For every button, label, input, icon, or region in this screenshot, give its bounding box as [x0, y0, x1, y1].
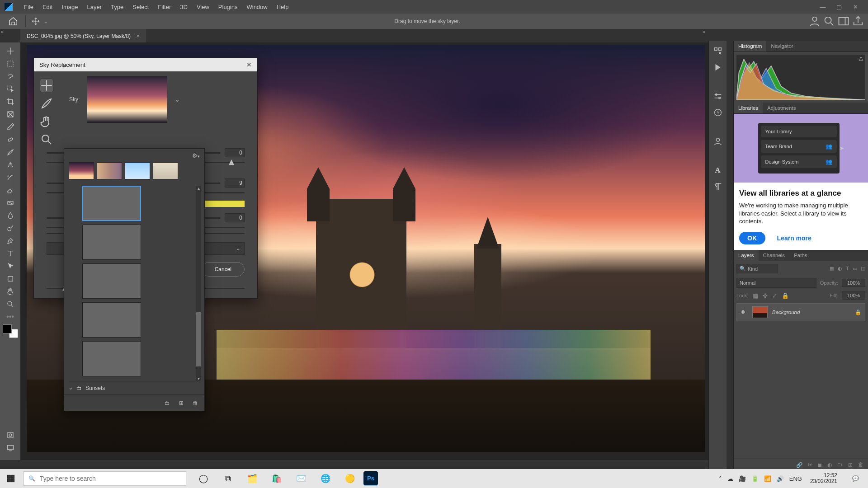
menu-file[interactable]: File [19, 4, 38, 10]
menu-select[interactable]: Select [128, 4, 153, 10]
filter-smart-icon[interactable]: ◫ [861, 266, 865, 272]
character-panel-icon[interactable] [713, 136, 723, 146]
type-tool[interactable] [3, 248, 18, 259]
recent-sky-thumb[interactable] [69, 162, 94, 179]
type-panel-icon[interactable]: A [713, 165, 723, 175]
recent-sky-thumb[interactable] [97, 162, 122, 179]
sky-thumb[interactable] [82, 186, 141, 221]
menu-layer[interactable]: Layer [83, 4, 107, 10]
tab-adjustments[interactable]: Adjustments [763, 103, 800, 113]
foreground-swatch[interactable] [3, 324, 12, 333]
object-select-tool[interactable] [3, 83, 18, 95]
menu-filter[interactable]: Filter [153, 4, 175, 10]
tab-paths[interactable]: Paths [789, 250, 811, 261]
menu-3d[interactable]: 3D [175, 4, 192, 10]
options-dropdown-caret[interactable]: ⌄ [44, 19, 48, 24]
layer-mask-icon[interactable]: ◼ [817, 462, 822, 468]
marquee-tool[interactable] [3, 58, 18, 70]
menu-window[interactable]: Window [242, 4, 272, 10]
lock-icon[interactable]: 🔒 [855, 309, 861, 315]
sky-folder-row[interactable]: ⌄ 🗀 Sunsets [69, 381, 200, 393]
start-button[interactable] [0, 469, 22, 488]
delete-layer-icon[interactable]: 🗑 [858, 462, 863, 468]
wifi-icon[interactable]: 📶 [764, 475, 771, 482]
workspace-icon[interactable] [837, 15, 850, 28]
link-layers-icon[interactable]: 🔗 [796, 462, 802, 468]
gradient-tool[interactable] [3, 197, 18, 209]
history-panel-icon[interactable] [713, 46, 723, 56]
volume-icon[interactable]: 🔊 [777, 475, 784, 482]
taskbar-search[interactable]: 🔍 [24, 471, 186, 486]
layer-name[interactable]: Background [772, 310, 800, 315]
adjustment-layer-icon[interactable]: ◐ [827, 462, 832, 468]
dialog-hand-tool[interactable] [40, 115, 53, 128]
tray-chevron-icon[interactable]: ˄ [719, 475, 722, 482]
menu-help[interactable]: Help [272, 4, 293, 10]
taskbar-clock[interactable]: 12:52 23/02/2021 [807, 473, 840, 484]
pen-tool[interactable] [3, 235, 18, 247]
document-tab[interactable]: DSC_0045.jpg @ 50% (Sky, Layer Mask/8) × [20, 29, 146, 42]
sky-preset-dropdown-icon[interactable]: ⌄ [175, 96, 180, 103]
learn-more-link[interactable]: Learn more [777, 235, 811, 242]
shift-edge-value[interactable]: 0 [225, 148, 245, 157]
window-close[interactable]: ✕ [847, 0, 863, 14]
close-icon[interactable]: ✕ [246, 61, 252, 68]
menu-type[interactable]: Type [106, 4, 128, 10]
shape-tool[interactable] [3, 273, 18, 285]
cancel-button[interactable]: Cancel [202, 262, 245, 277]
scroll-down-icon[interactable]: ▾ [196, 376, 201, 381]
lasso-tool[interactable] [3, 70, 18, 82]
recent-sky-thumb[interactable] [153, 162, 178, 179]
actions-panel-icon[interactable] [713, 62, 723, 72]
sky-thumb[interactable] [82, 225, 141, 260]
cc-account-icon[interactable] [808, 15, 821, 28]
photoshop-icon[interactable]: Ps [363, 471, 378, 486]
scroll-up-icon[interactable]: ▴ [196, 186, 201, 191]
layer-row[interactable]: 👁 Background 🔒 [736, 303, 865, 321]
blur-tool[interactable] [3, 210, 18, 221]
gear-icon[interactable]: ⚙▾ [192, 152, 200, 159]
tab-histogram[interactable]: Histogram [734, 41, 766, 52]
move-tool[interactable] [3, 45, 18, 57]
layer-thumbnail[interactable] [752, 306, 768, 318]
brush-tool[interactable] [3, 146, 18, 158]
microsoft-store-icon[interactable]: 🛍️ [266, 469, 288, 488]
share-icon[interactable] [852, 15, 864, 28]
ok-button[interactable]: OK [739, 232, 765, 244]
visibility-icon[interactable]: 👁 [741, 310, 746, 315]
fill-value[interactable]: 100% [842, 291, 865, 300]
import-folder-icon[interactable]: 🗀 [165, 400, 170, 406]
sky-preset-thumbnail[interactable] [87, 76, 167, 123]
history-brush-tool[interactable] [3, 172, 18, 183]
scrollbar[interactable]: ▴ ▾ [196, 186, 201, 381]
window-maximize[interactable]: ▢ [831, 0, 847, 14]
zoom-tool[interactable] [3, 298, 18, 310]
collapse-handle-left[interactable]: » [1, 29, 4, 34]
tab-channels[interactable]: Channels [759, 250, 790, 261]
recent-sky-thumb[interactable] [125, 162, 150, 179]
lock-all-icon[interactable]: 🔒 [782, 292, 789, 299]
lock-position-icon[interactable]: ✜ [763, 292, 768, 299]
edit-toolbar[interactable]: ••• [6, 313, 14, 321]
collapse-handle-right[interactable]: « [703, 29, 705, 34]
delete-icon[interactable]: 🗑 [193, 400, 198, 406]
menu-image[interactable]: Image [57, 4, 82, 10]
new-layer-icon[interactable]: ⊞ [848, 462, 853, 468]
task-view-icon[interactable]: ⧉ [217, 469, 239, 488]
dialog-zoom-tool[interactable] [40, 133, 53, 146]
action-center-icon[interactable]: 💬 [845, 469, 865, 488]
dodge-tool[interactable] [3, 222, 18, 234]
chrome-icon[interactable]: 🟡 [339, 469, 361, 488]
menu-edit[interactable]: Edit [38, 4, 57, 10]
filter-adjust-icon[interactable]: ◐ [838, 266, 842, 272]
layer-filter-kind[interactable]: 🔍Kind [736, 264, 778, 273]
onedrive-icon[interactable]: ☁ [727, 475, 733, 482]
frame-tool[interactable] [3, 108, 18, 120]
home-icon[interactable] [8, 16, 18, 26]
tab-layers[interactable]: Layers [734, 250, 759, 261]
brightness-value[interactable]: 9 [225, 178, 245, 188]
screen-mode-icon[interactable] [3, 442, 18, 454]
lock-pixels-icon[interactable]: ▦ [753, 292, 758, 299]
sky-thumb[interactable] [82, 341, 141, 376]
edge-icon[interactable]: 🌐 [315, 469, 336, 488]
